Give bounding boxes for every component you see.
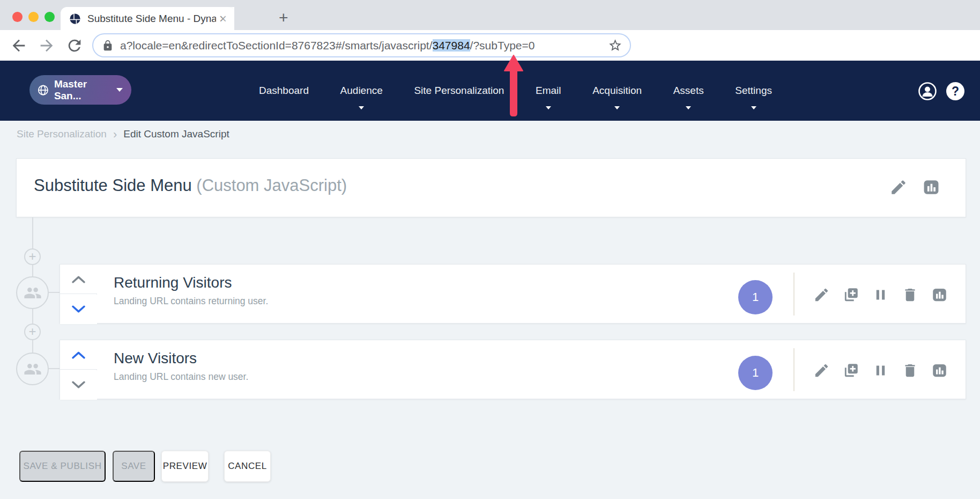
variation-count-badge: 1 <box>738 280 773 314</box>
nav-menu: Dashboard Audience Site Personalization … <box>259 85 772 98</box>
row-description: Landing URL contains returning user. <box>114 296 268 307</box>
row-actions <box>812 285 949 304</box>
person-icon <box>918 82 937 101</box>
variation-count-badge: 1 <box>738 356 773 390</box>
duplicate-button[interactable] <box>841 285 860 304</box>
url-text: a?locale=en&redirectToSectionId=8767823#… <box>120 39 604 52</box>
nav-item-email[interactable]: Email <box>536 85 561 98</box>
page-subtitle: (Custom JavaScript) <box>196 176 347 195</box>
chevron-down-icon <box>546 106 551 109</box>
dynamic-yield-favicon <box>69 13 81 25</box>
user-profile-button[interactable] <box>918 82 937 101</box>
back-button[interactable] <box>10 36 28 55</box>
rail-connector <box>49 368 60 369</box>
reorder-column <box>60 340 97 399</box>
url-selected-id: 347984 <box>433 39 470 52</box>
nav-item-site-personalization[interactable]: Site Personalization <box>414 85 504 98</box>
nav-item-audience[interactable]: Audience <box>340 85 383 98</box>
chevron-down-icon <box>359 106 364 109</box>
chevron-down-icon <box>614 106 620 109</box>
move-down-button[interactable] <box>60 370 97 400</box>
save-button[interactable]: SAVE <box>113 451 155 482</box>
reload-button[interactable] <box>65 36 84 55</box>
rail-connector <box>49 292 60 293</box>
pause-button[interactable] <box>871 361 890 379</box>
breadcrumb-parent[interactable]: Site Personalization <box>17 128 107 140</box>
address-bar[interactable]: a?locale=en&redirectToSectionId=8767823#… <box>92 33 631 57</box>
duplicate-button[interactable] <box>841 361 860 379</box>
nav-item-assets[interactable]: Assets <box>673 85 704 98</box>
report-button[interactable] <box>930 285 949 304</box>
nav-item-acquisition[interactable]: Acquisition <box>592 85 642 98</box>
chevron-down-icon <box>116 88 123 92</box>
url-prefix: a?locale=en&redirectToSectionId=8767823#… <box>120 39 433 52</box>
main-content: Site Personalization › Edit Custom JavaS… <box>0 121 980 499</box>
edit-title-button[interactable] <box>889 178 908 196</box>
row-title: New Visitors <box>114 350 197 367</box>
chevron-down-icon <box>686 106 691 109</box>
audience-node-icon[interactable] <box>16 353 49 385</box>
pause-button[interactable] <box>871 285 890 304</box>
report-button[interactable] <box>930 361 949 379</box>
delete-button[interactable] <box>900 361 919 379</box>
edit-button[interactable] <box>812 285 831 304</box>
campaign-header-card: Substitute Side Menu (Custom JavaScript) <box>16 158 966 217</box>
browser-toolbar: a?locale=en&redirectToSectionId=8767823#… <box>0 30 980 61</box>
account-name: Master San... <box>54 78 109 102</box>
move-up-button[interactable] <box>60 340 97 370</box>
add-experience-button[interactable]: + <box>24 324 41 340</box>
actions-divider <box>793 348 795 391</box>
account-switcher[interactable]: Master San... <box>29 75 131 105</box>
experience-row-returning-visitors: Returning Visitors Landing URL contains … <box>60 264 966 324</box>
reorder-column <box>60 265 97 323</box>
move-up-button[interactable] <box>60 265 97 294</box>
experience-row-new-visitors: New Visitors Landing URL contains new us… <box>60 340 966 399</box>
edit-button[interactable] <box>812 361 831 379</box>
save-publish-button[interactable]: SAVE & PUBLISH <box>19 451 106 482</box>
tab-title: Substitute Side Menu - Dynami <box>87 13 216 25</box>
browser-tab[interactable]: Substitute Side Menu - Dynami × <box>61 7 234 30</box>
chevron-down-icon <box>751 106 756 109</box>
row-title: Returning Visitors <box>114 274 232 291</box>
globe-icon <box>37 83 49 97</box>
nav-item-dashboard[interactable]: Dashboard <box>259 85 309 98</box>
url-suffix: /?subType=0 <box>470 39 535 52</box>
cancel-button[interactable]: CANCEL <box>224 451 271 482</box>
new-tab-button[interactable]: + <box>279 10 288 26</box>
window-close-button[interactable] <box>12 12 23 22</box>
bookmark-star-icon[interactable] <box>608 38 622 53</box>
row-description: Landing URL contains new user. <box>114 371 248 383</box>
delete-button[interactable] <box>900 285 919 304</box>
question-mark-icon: ? <box>952 84 959 99</box>
audience-node-icon[interactable] <box>16 276 49 309</box>
add-experience-button[interactable]: + <box>24 248 41 265</box>
app-navbar: Master San... Dashboard Audience Site Pe… <box>0 61 980 121</box>
help-button[interactable]: ? <box>946 82 964 100</box>
breadcrumb-separator-icon: › <box>113 129 117 140</box>
forward-button[interactable] <box>38 36 56 55</box>
nav-item-settings[interactable]: Settings <box>735 85 772 98</box>
breadcrumb-current: Edit Custom JavaScript <box>123 128 229 140</box>
campaign-report-button[interactable] <box>922 178 941 196</box>
preview-button[interactable]: PREVIEW <box>161 451 209 482</box>
row-actions <box>812 361 949 379</box>
lock-icon <box>102 40 114 52</box>
browser-tab-strip: Substitute Side Menu - Dynami × + <box>0 0 980 30</box>
breadcrumb: Site Personalization › Edit Custom JavaS… <box>17 128 229 140</box>
window-minimize-button[interactable] <box>28 12 39 22</box>
actions-divider <box>793 273 795 315</box>
page-title: Substitute Side Menu (Custom JavaScript) <box>34 176 347 195</box>
window-zoom-button[interactable] <box>44 12 55 22</box>
move-down-button[interactable] <box>60 295 97 324</box>
